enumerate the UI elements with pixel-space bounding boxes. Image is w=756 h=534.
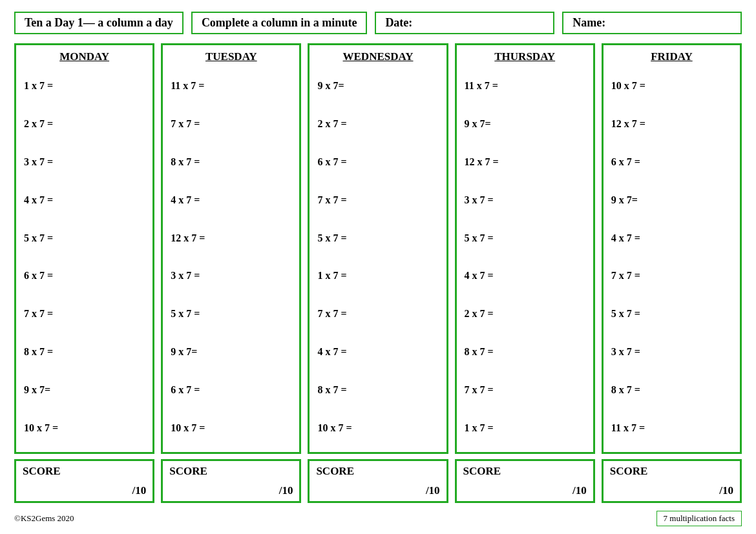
subtitle-box: Complete a column in a minute (191, 12, 368, 34)
fact-item: 8 x 7 = (317, 371, 438, 409)
score-value: /10 (610, 484, 733, 497)
fact-item: 8 x 7 = (611, 371, 732, 409)
fact-item: 9 x 7= (317, 67, 438, 105)
fact-item: 7 x 7 = (317, 181, 438, 219)
fact-item: 11 x 7 = (171, 67, 291, 105)
score-box-monday: SCORE/10 (14, 459, 154, 503)
fact-item: 4 x 7 = (465, 257, 585, 295)
copyright: ©KS2Gems 2020 (14, 513, 74, 524)
fact-item: 2 x 7 = (465, 295, 585, 333)
fact-item: 1 x 7 = (317, 257, 438, 295)
title-box: Ten a Day 1— a column a day (14, 12, 184, 34)
fact-item: 7 x 7 = (24, 295, 145, 333)
fact-item: 4 x 7 = (611, 219, 732, 257)
score-box-wednesday: SCORE/10 (308, 459, 448, 503)
subtitle-text: Complete a column in a minute (202, 16, 357, 29)
score-value: /10 (316, 484, 439, 497)
day-header-tuesday: TUESDAY (171, 50, 291, 63)
score-box-tuesday: SCORE/10 (161, 459, 301, 503)
header-row: Ten a Day 1— a column a day Complete a c… (14, 12, 742, 34)
score-value: /10 (23, 484, 146, 497)
fact-item: 2 x 7 = (317, 105, 438, 143)
fact-item: 7 x 7 = (465, 371, 585, 409)
facts-box-friday: FRIDAY10 x 7 =12 x 7 =6 x 7 =9 x 7=4 x 7… (602, 43, 742, 454)
day-column-monday: MONDAY1 x 7 =2 x 7 =3 x 7 =4 x 7 =5 x 7 … (14, 43, 154, 503)
title-text: Ten a Day 1— a column a day (25, 16, 173, 29)
fact-item: 10 x 7 = (24, 409, 145, 447)
fact-item: 3 x 7 = (24, 143, 145, 181)
fact-item: 3 x 7 = (171, 257, 291, 295)
fact-item: 7 x 7 = (171, 105, 291, 143)
fact-item: 1 x 7 = (465, 409, 585, 447)
facts-box-tuesday: TUESDAY11 x 7 =7 x 7 =8 x 7 =4 x 7 =12 x… (161, 43, 301, 454)
facts-box-thursday: THURSDAY11 x 7 =9 x 7=12 x 7 =3 x 7 =5 x… (455, 43, 595, 454)
fact-item: 5 x 7 = (465, 219, 585, 257)
date-box: Date: (375, 12, 554, 34)
fact-item: 4 x 7 = (171, 181, 291, 219)
day-column-wednesday: WEDNESDAY9 x 7=2 x 7 =6 x 7 =7 x 7 =5 x … (308, 43, 448, 503)
fact-item: 8 x 7 = (24, 333, 145, 371)
score-label: SCORE (169, 465, 293, 478)
facts-box-monday: MONDAY1 x 7 =2 x 7 =3 x 7 =4 x 7 =5 x 7 … (14, 43, 154, 454)
fact-item: 3 x 7 = (611, 333, 732, 371)
footer-row: ©KS2Gems 2020 7 multiplication facts (14, 511, 742, 526)
fact-item: 2 x 7 = (24, 105, 145, 143)
score-label: SCORE (23, 465, 146, 478)
fact-item: 10 x 7 = (171, 409, 291, 447)
facts-box-wednesday: WEDNESDAY9 x 7=2 x 7 =6 x 7 =7 x 7 =5 x … (308, 43, 448, 454)
day-header-monday: MONDAY (24, 50, 145, 63)
fact-item: 8 x 7 = (465, 333, 585, 371)
name-box: Name: (562, 12, 742, 34)
score-label: SCORE (316, 465, 439, 478)
facts-badge: 7 multiplication facts (656, 511, 742, 526)
fact-item: 9 x 7= (24, 371, 145, 409)
fact-item: 7 x 7 = (611, 257, 732, 295)
fact-item: 3 x 7 = (465, 181, 585, 219)
fact-item: 5 x 7 = (317, 219, 438, 257)
fact-item: 6 x 7 = (24, 257, 145, 295)
fact-item: 11 x 7 = (465, 67, 585, 105)
page: Ten a Day 1— a column a day Complete a c… (0, 0, 756, 534)
fact-item: 6 x 7 = (611, 143, 732, 181)
fact-item: 10 x 7 = (317, 409, 438, 447)
fact-item: 5 x 7 = (24, 219, 145, 257)
day-column-friday: FRIDAY10 x 7 =12 x 7 =6 x 7 =9 x 7=4 x 7… (602, 43, 742, 503)
fact-item: 5 x 7 = (171, 295, 291, 333)
score-label: SCORE (610, 465, 733, 478)
score-value: /10 (463, 484, 587, 497)
score-box-friday: SCORE/10 (602, 459, 742, 503)
facts-badge-text: 7 multiplication facts (664, 513, 735, 523)
fact-item: 12 x 7 = (171, 219, 291, 257)
fact-item: 9 x 7= (171, 333, 291, 371)
fact-item: 1 x 7 = (24, 67, 145, 105)
fact-item: 4 x 7 = (24, 181, 145, 219)
day-header-friday: FRIDAY (611, 50, 732, 63)
fact-item: 5 x 7 = (611, 295, 732, 333)
fact-item: 9 x 7= (611, 181, 732, 219)
day-header-thursday: THURSDAY (465, 50, 585, 63)
fact-item: 11 x 7 = (611, 409, 732, 447)
day-column-tuesday: TUESDAY11 x 7 =7 x 7 =8 x 7 =4 x 7 =12 x… (161, 43, 301, 503)
fact-item: 10 x 7 = (611, 67, 732, 105)
columns-area: MONDAY1 x 7 =2 x 7 =3 x 7 =4 x 7 =5 x 7 … (14, 43, 742, 503)
score-box-thursday: SCORE/10 (455, 459, 595, 503)
score-value: /10 (169, 484, 293, 497)
day-header-wednesday: WEDNESDAY (317, 50, 438, 63)
fact-item: 8 x 7 = (171, 143, 291, 181)
fact-item: 12 x 7 = (611, 105, 732, 143)
score-label: SCORE (463, 465, 587, 478)
fact-item: 9 x 7= (465, 105, 585, 143)
fact-item: 12 x 7 = (465, 143, 585, 181)
day-column-thursday: THURSDAY11 x 7 =9 x 7=12 x 7 =3 x 7 =5 x… (455, 43, 595, 503)
fact-item: 7 x 7 = (317, 295, 438, 333)
name-label: Name: (572, 16, 605, 29)
fact-item: 6 x 7 = (171, 371, 291, 409)
date-label: Date: (385, 16, 412, 29)
fact-item: 6 x 7 = (317, 143, 438, 181)
fact-item: 4 x 7 = (317, 333, 438, 371)
